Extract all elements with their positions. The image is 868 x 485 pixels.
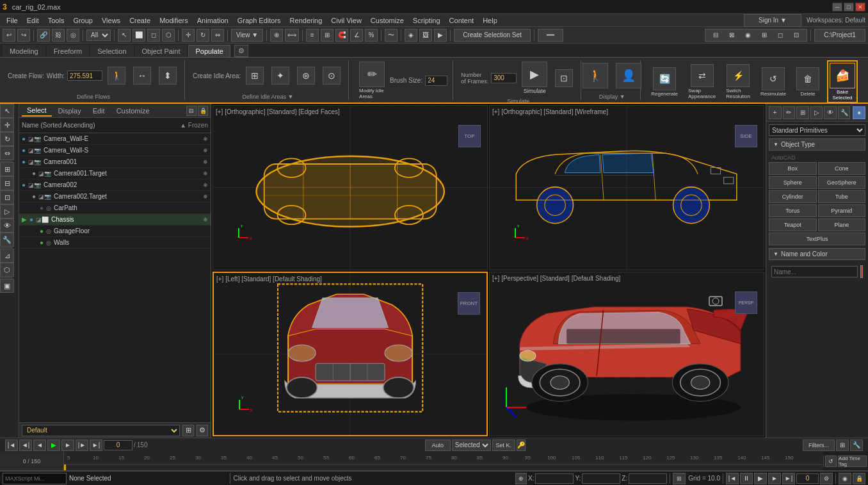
ribbon-flow-btn-1[interactable]: 🚶 (105, 65, 128, 86)
select-link-button[interactable]: 🔗 (37, 29, 50, 42)
menu-file[interactable]: File (3, 15, 22, 26)
sign-in-button[interactable]: Sign In ▼ (744, 14, 801, 27)
left-btn-snap[interactable]: ⬡ (0, 263, 14, 277)
navcube-tl[interactable]: TOP (458, 125, 481, 147)
grid-snap-btn[interactable]: ⊞ (673, 473, 686, 484)
time-config-btn[interactable]: ⚙ (820, 473, 833, 484)
left-btn-hierarchy[interactable]: ⊡ (0, 190, 14, 204)
menu-animation[interactable]: Animation (193, 15, 232, 26)
left-btn-rotate[interactable]: ↻ (0, 132, 14, 146)
anim-extra-2[interactable]: 🔧 (850, 440, 863, 451)
tab-populate[interactable]: Populate (188, 45, 230, 57)
anim-prev-key-btn[interactable]: ◄| (19, 440, 32, 451)
time-play-btn[interactable]: ▶ (754, 473, 767, 484)
paint-select-button[interactable]: ⬡ (162, 29, 175, 42)
navcube-tr[interactable]: SIDE (735, 125, 757, 147)
color-swatch[interactable] (860, 265, 863, 278)
rp-active-tab[interactable]: ● (853, 106, 865, 119)
menu-group[interactable]: Group (69, 15, 97, 26)
anim-prev-btn[interactable]: ◄ (33, 440, 46, 451)
filter-btn[interactable]: Filters... (803, 440, 835, 451)
left-btn-display[interactable]: 👁 (0, 218, 14, 233)
time-end-btn[interactable]: ►| (782, 473, 795, 484)
select-button[interactable]: ↖ (118, 29, 131, 42)
viewport-top-right[interactable]: [+] [Orthographic] [Standard] [Wireframe… (489, 105, 764, 270)
material-editor-button[interactable]: ◈ (405, 29, 417, 42)
anim-end-btn[interactable]: ►| (90, 440, 102, 451)
add-time-tag-btn[interactable]: Add Time Tag (838, 456, 867, 467)
align-button[interactable]: ≡ (306, 29, 319, 42)
menu-modifiers[interactable]: Modifiers (156, 15, 192, 26)
rp-motion-btn[interactable]: ▷ (810, 106, 823, 119)
anim-extra-1[interactable]: ⊞ (836, 440, 849, 451)
y-input[interactable] (582, 473, 620, 484)
btn-teapot[interactable]: Teapot (769, 218, 817, 231)
btn-box[interactable]: Box (769, 162, 817, 175)
rp-create-btn[interactable]: + (769, 106, 782, 119)
pivot-button[interactable]: ⊕ (270, 29, 283, 42)
tab-object-paint[interactable]: Object Paint (135, 45, 188, 57)
lock-selection-btn[interactable]: 🔒 (853, 473, 865, 484)
scene-tab-customize[interactable]: Customize (111, 106, 155, 116)
ribbon-display-btn2[interactable]: 👤 (613, 62, 644, 90)
tab-freeform[interactable]: Freeform (47, 45, 90, 57)
list-item[interactable]: ● ◎ CarPath (19, 202, 211, 214)
angle-snap-button[interactable]: ∠ (350, 29, 363, 42)
btn-tube[interactable]: Tube (818, 190, 866, 203)
layer-options-btn[interactable]: ⊞ (182, 425, 194, 436)
ribbon-modify-idle-btn[interactable]: ✏ Modify Idle Areas (357, 60, 387, 101)
create-selection-set[interactable]: Create Selection Set (454, 29, 531, 42)
set-key-btn[interactable]: Set K. (492, 440, 515, 451)
list-item[interactable]: ● ◪📷 Camera_Wall-E ❄ (19, 133, 211, 145)
tl-loop-btn[interactable]: ↺ (825, 456, 837, 467)
ribbon-flow-btn-3[interactable]: ⬍ (156, 65, 179, 86)
scene-tab-display[interactable]: Display (53, 106, 86, 116)
current-frame-display[interactable] (796, 473, 819, 484)
list-item[interactable]: ● ◪📷 Camera002 ❄ (19, 179, 211, 191)
ribbon-idle-btn-1[interactable]: ⊞ (243, 65, 266, 86)
maximize-button[interactable]: □ (844, 3, 854, 12)
ribbon-sim-extra-btn[interactable]: ⊡ (552, 68, 575, 88)
left-btn-create[interactable]: ⊞ (0, 162, 14, 176)
view-dropdown[interactable]: View ▼ (231, 29, 263, 42)
named-selection[interactable]: ━━ (538, 29, 563, 42)
anim-play-btn[interactable]: ▶ (47, 440, 60, 451)
list-item[interactable]: ● ◪📷 Camera002.Target ❄ (19, 191, 211, 202)
snap-button[interactable]: 🧲 (335, 29, 348, 42)
menu-views[interactable]: Views (98, 15, 124, 26)
navcube-br[interactable]: PERSP (735, 292, 757, 314)
navcube-bl[interactable]: FRONT (458, 292, 480, 315)
viewport-bottom-right[interactable]: [+] [Perspective] [Standard] [Default Sh… (489, 272, 764, 437)
set-key-filter-btn[interactable]: 🔑 (517, 440, 526, 451)
rp-display-btn[interactable]: 👁 (824, 106, 837, 119)
viewport-bottom-left[interactable]: [+] [Left] [Standard] [Default Shading] (213, 272, 488, 437)
scene-tab-select[interactable]: Select (22, 105, 52, 117)
project-path[interactable]: C:\Project1 (814, 29, 865, 42)
left-btn-filter[interactable]: ⊿ (0, 249, 14, 263)
menu-customize[interactable]: Customize (367, 15, 408, 26)
unlink-button[interactable]: ⛓ (52, 29, 65, 42)
ribbon-bake-btn[interactable]: 🍰 BakeSelected (827, 60, 858, 103)
menu-tools[interactable]: Tools (44, 15, 68, 26)
btn-pyramid[interactable]: Pyramid (818, 204, 866, 217)
ribbon-idle-btn-2[interactable]: ✦ (269, 65, 292, 86)
scale-button[interactable]: ⇔ (211, 29, 224, 42)
ribbon-regenerate-btn[interactable]: 🔄 Regenerate (648, 66, 680, 98)
x-input[interactable] (535, 473, 574, 484)
tab-selection[interactable]: Selection (90, 45, 133, 57)
list-item[interactable]: ▶ ● ◪⬜ Chassis ❄ (19, 214, 211, 226)
rect-select-button[interactable]: ⬜ (133, 29, 145, 42)
z-input[interactable] (629, 473, 667, 484)
timeline[interactable]: 0 / 150 5 10 15 20 25 30 35 40 45 50 55 … (0, 452, 868, 471)
rotate-button[interactable]: ↻ (197, 29, 209, 42)
list-item[interactable]: ● ◪📷 Camera_Wall-S ❄ (19, 145, 211, 156)
ribbon-swap-btn[interactable]: ⇄ Swap Appearance (686, 63, 718, 101)
layer-settings-btn[interactable]: ⚙ (197, 425, 208, 436)
primitives-dropdown[interactable]: Standard Primitives (769, 124, 865, 136)
left-btn-render[interactable]: ▣ (0, 279, 14, 293)
list-item[interactable]: ● ◪📷 Camera001.Target ❄ (19, 168, 211, 179)
anim-next-key-btn[interactable]: |► (76, 440, 88, 451)
btn-sphere[interactable]: Sphere (769, 176, 817, 189)
layer-select[interactable]: Default (22, 425, 180, 436)
undo-button[interactable]: ↩ (3, 29, 15, 42)
